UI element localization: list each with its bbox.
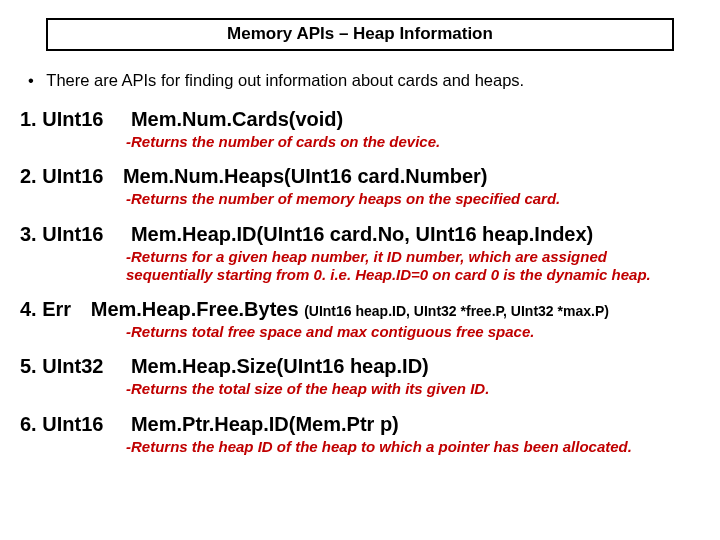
num: 5. — [20, 355, 37, 377]
api-desc-1: -Returns the number of cards on the devi… — [126, 133, 700, 151]
signature: Mem.Heap.Free.Bytes — [77, 298, 299, 320]
api-head-2: 2. UInt16 Mem.Num.Heaps(UInt16 card.Numb… — [20, 165, 700, 188]
num: 6. — [20, 413, 37, 435]
slide: Memory APIs – Heap Information • There a… — [0, 0, 720, 540]
signature: Mem.Num.Cards(void) — [109, 108, 343, 130]
api-item-4: 4. Err Mem.Heap.Free.Bytes (UInt16 heap.… — [20, 298, 700, 341]
return-type: UInt32 — [42, 355, 103, 378]
num: 3. — [20, 223, 37, 245]
signature: Mem.Num.Heaps(UInt16 card.Number) — [109, 165, 488, 187]
num: 1. — [20, 108, 37, 130]
num: 2. — [20, 165, 37, 187]
api-item-5: 5. UInt32 Mem.Heap.Size(UInt16 heap.ID) … — [20, 355, 700, 398]
api-head-5: 5. UInt32 Mem.Heap.Size(UInt16 heap.ID) — [20, 355, 700, 378]
signature-args: (UInt16 heap.ID, UInt32 *free.P, UInt32 … — [304, 303, 609, 319]
signature: Mem.Heap.ID(UInt16 card.No, UInt16 heap.… — [109, 223, 593, 245]
api-item-6: 6. UInt16 Mem.Ptr.Heap.ID(Mem.Ptr p) -Re… — [20, 413, 700, 456]
return-type: UInt16 — [42, 108, 103, 131]
intro-bullet: • There are APIs for finding out informa… — [28, 71, 700, 90]
api-desc-4: -Returns total free space and max contig… — [126, 323, 700, 341]
api-desc-5: -Returns the total size of the heap with… — [126, 380, 700, 398]
return-type: UInt16 — [42, 413, 103, 436]
num: 4. — [20, 298, 37, 320]
signature: Mem.Heap.Size(UInt16 heap.ID) — [109, 355, 429, 377]
api-head-3: 3. UInt16 Mem.Heap.ID(UInt16 card.No, UI… — [20, 223, 700, 246]
intro-text: There are APIs for finding out informati… — [46, 71, 524, 89]
return-type: UInt16 — [42, 165, 103, 188]
api-head-6: 6. UInt16 Mem.Ptr.Heap.ID(Mem.Ptr p) — [20, 413, 700, 436]
api-desc-2: -Returns the number of memory heaps on t… — [126, 190, 700, 208]
slide-title: Memory APIs – Heap Information — [46, 18, 674, 51]
api-desc-3: -Returns for a given heap number, it ID … — [126, 248, 700, 285]
api-item-1: 1. UInt16 Mem.Num.Cards(void) -Returns t… — [20, 108, 700, 151]
api-head-4: 4. Err Mem.Heap.Free.Bytes (UInt16 heap.… — [20, 298, 700, 321]
api-desc-6: -Returns the heap ID of the heap to whic… — [126, 438, 700, 456]
return-type: Err — [42, 298, 71, 321]
bullet-dot: • — [28, 71, 42, 90]
return-type: UInt16 — [42, 223, 103, 246]
api-head-1: 1. UInt16 Mem.Num.Cards(void) — [20, 108, 700, 131]
api-item-2: 2. UInt16 Mem.Num.Heaps(UInt16 card.Numb… — [20, 165, 700, 208]
signature: Mem.Ptr.Heap.ID(Mem.Ptr p) — [109, 413, 399, 435]
api-item-3: 3. UInt16 Mem.Heap.ID(UInt16 card.No, UI… — [20, 223, 700, 285]
